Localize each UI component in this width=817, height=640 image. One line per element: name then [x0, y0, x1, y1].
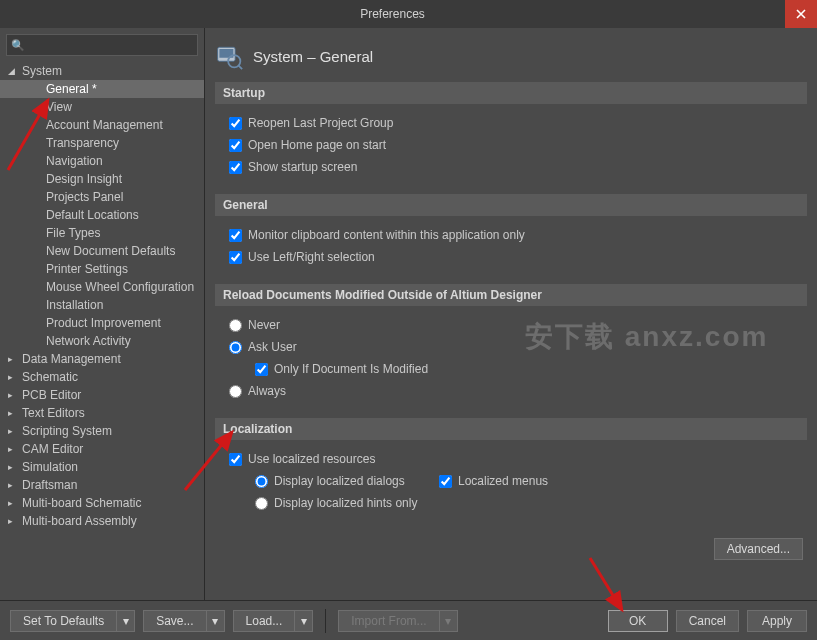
section-startup: Startup Reopen Last Project Group Open H… [215, 82, 807, 186]
tree-item-label: Network Activity [46, 334, 131, 348]
tree-item-label: Projects Panel [46, 190, 123, 204]
tree-item-mouse-wheel-configuration[interactable]: Mouse Wheel Configuration [0, 278, 204, 296]
set-defaults-dropdown[interactable]: ▾ [117, 610, 135, 632]
expander-closed-icon[interactable]: ▸ [8, 480, 22, 490]
tree-item-general[interactable]: General * [0, 80, 204, 98]
tree-item-simulation[interactable]: ▸Simulation [0, 458, 204, 476]
titlebar: Preferences [0, 0, 817, 28]
tree-item-label: Installation [46, 298, 103, 312]
sidebar: 🔍 ◢SystemGeneral *ViewAccount Management… [0, 28, 205, 600]
checkbox-startup-screen[interactable] [229, 161, 242, 174]
label-use-localized: Use localized resources [248, 452, 375, 466]
tree-item-label: Draftsman [22, 478, 77, 492]
tree-item-scripting-system[interactable]: ▸Scripting System [0, 422, 204, 440]
expander-closed-icon[interactable]: ▸ [8, 426, 22, 436]
radio-always[interactable] [229, 385, 242, 398]
tree-item-design-insight[interactable]: Design Insight [0, 170, 204, 188]
tree-item-projects-panel[interactable]: Projects Panel [0, 188, 204, 206]
cancel-button[interactable]: Cancel [676, 610, 739, 632]
tree-item-account-management[interactable]: Account Management [0, 116, 204, 134]
expander-closed-icon[interactable]: ▸ [8, 462, 22, 472]
tree-item-multi-board-assembly[interactable]: ▸Multi-board Assembly [0, 512, 204, 530]
tree-item-view[interactable]: View [0, 98, 204, 116]
import-dropdown[interactable]: ▾ [440, 610, 458, 632]
tree-item-system[interactable]: ◢System [0, 62, 204, 80]
tree-item-navigation[interactable]: Navigation [0, 152, 204, 170]
tree-item-label: General * [46, 82, 97, 96]
checkbox-reopen-project[interactable] [229, 117, 242, 130]
expander-closed-icon[interactable]: ▸ [8, 444, 22, 454]
page-header: System – General [215, 36, 807, 76]
apply-button[interactable]: Apply [747, 610, 807, 632]
label-left-right: Use Left/Right selection [248, 250, 375, 264]
window-title: Preferences [0, 7, 785, 21]
tree-item-label: Text Editors [22, 406, 85, 420]
checkbox-use-localized[interactable] [229, 453, 242, 466]
chevron-down-icon: ▾ [445, 614, 451, 628]
radio-localized-dialogs[interactable] [255, 475, 268, 488]
expander-closed-icon[interactable]: ▸ [8, 408, 22, 418]
save-dropdown[interactable]: ▾ [207, 610, 225, 632]
ok-button[interactable]: OK [608, 610, 668, 632]
tree-item-label: Default Locations [46, 208, 139, 222]
checkbox-left-right[interactable] [229, 251, 242, 264]
label-localized-menus: Localized menus [458, 474, 548, 488]
expander-closed-icon[interactable]: ▸ [8, 354, 22, 364]
section-localization: Localization Use localized resources Dis… [215, 418, 807, 522]
tree-item-label: CAM Editor [22, 442, 83, 456]
tree-item-label: Simulation [22, 460, 78, 474]
tree-item-label: File Types [46, 226, 100, 240]
label-clipboard: Monitor clipboard content within this ap… [248, 228, 525, 242]
search-box[interactable]: 🔍 [6, 34, 198, 56]
checkbox-clipboard[interactable] [229, 229, 242, 242]
svg-line-3 [239, 66, 243, 70]
tree-item-pcb-editor[interactable]: ▸PCB Editor [0, 386, 204, 404]
tree-item-data-management[interactable]: ▸Data Management [0, 350, 204, 368]
tree-item-file-types[interactable]: File Types [0, 224, 204, 242]
section-header-general: General [215, 194, 807, 216]
close-icon [796, 9, 806, 19]
chevron-down-icon: ▾ [123, 614, 129, 628]
checkbox-only-if-modified[interactable] [255, 363, 268, 376]
radio-never[interactable] [229, 319, 242, 332]
expander-closed-icon[interactable]: ▸ [8, 372, 22, 382]
tree-item-label: Transparency [46, 136, 119, 150]
label-always: Always [248, 384, 286, 398]
tree-item-text-editors[interactable]: ▸Text Editors [0, 404, 204, 422]
label-never: Never [248, 318, 280, 332]
section-header-reload: Reload Documents Modified Outside of Alt… [215, 284, 807, 306]
tree-item-printer-settings[interactable]: Printer Settings [0, 260, 204, 278]
import-button[interactable]: Import From... [338, 610, 439, 632]
tree-item-draftsman[interactable]: ▸Draftsman [0, 476, 204, 494]
tree-item-default-locations[interactable]: Default Locations [0, 206, 204, 224]
tree-item-new-document-defaults[interactable]: New Document Defaults [0, 242, 204, 260]
tree-item-installation[interactable]: Installation [0, 296, 204, 314]
radio-ask-user[interactable] [229, 341, 242, 354]
tree-item-multi-board-schematic[interactable]: ▸Multi-board Schematic [0, 494, 204, 512]
checkbox-localized-menus[interactable] [439, 475, 452, 488]
tree-item-transparency[interactable]: Transparency [0, 134, 204, 152]
set-defaults-button[interactable]: Set To Defaults [10, 610, 117, 632]
load-dropdown[interactable]: ▾ [295, 610, 313, 632]
tree-item-label: Mouse Wheel Configuration [46, 280, 194, 294]
save-button[interactable]: Save... [143, 610, 206, 632]
tree-item-schematic[interactable]: ▸Schematic [0, 368, 204, 386]
advanced-button[interactable]: Advanced... [714, 538, 803, 560]
section-header-startup: Startup [215, 82, 807, 104]
expander-open-icon[interactable]: ◢ [8, 66, 22, 76]
tree-item-product-improvement[interactable]: Product Improvement [0, 314, 204, 332]
expander-closed-icon[interactable]: ▸ [8, 498, 22, 508]
search-input[interactable] [29, 38, 193, 52]
tree-item-label: View [46, 100, 72, 114]
checkbox-open-home[interactable] [229, 139, 242, 152]
tree-item-label: Product Improvement [46, 316, 161, 330]
section-header-localization: Localization [215, 418, 807, 440]
expander-closed-icon[interactable]: ▸ [8, 390, 22, 400]
close-button[interactable] [785, 0, 817, 28]
expander-closed-icon[interactable]: ▸ [8, 516, 22, 526]
tree-item-cam-editor[interactable]: ▸CAM Editor [0, 440, 204, 458]
tree-item-network-activity[interactable]: Network Activity [0, 332, 204, 350]
radio-localized-hints[interactable] [255, 497, 268, 510]
load-button[interactable]: Load... [233, 610, 296, 632]
divider [325, 609, 326, 633]
